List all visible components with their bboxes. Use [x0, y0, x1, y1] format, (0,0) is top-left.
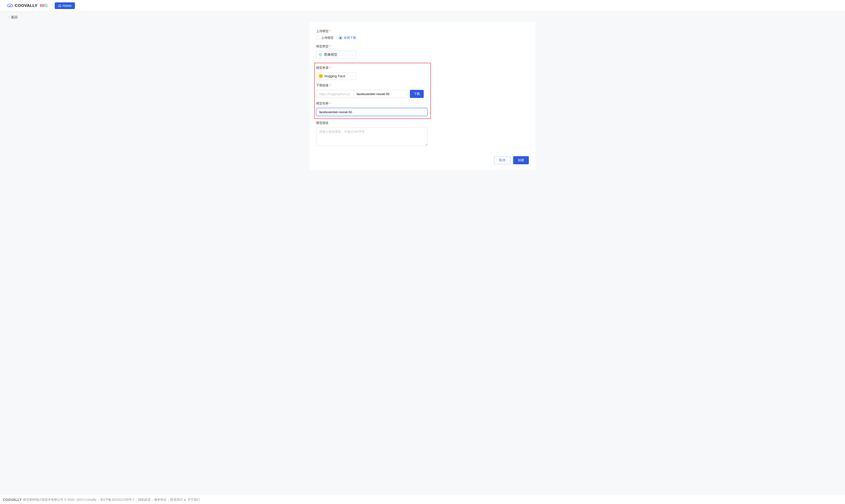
home-button-label: Home — [63, 4, 71, 7]
footer-logo: COOVALLY — [3, 498, 22, 502]
label-model-type: 模型类型 * — [316, 44, 529, 49]
label-download-link: 下载链接 * — [316, 83, 429, 88]
label-upload-model: 上传模型 * — [316, 29, 529, 33]
header: COOVALLY IMG Home — [0, 0, 845, 12]
page-body: 〈 返回 上传模型 * 上传模型 在线下载 — [0, 12, 845, 494]
footer-sep: | — [136, 498, 137, 502]
label-model-source: 模型来源 * — [316, 66, 429, 70]
radio-upload-model[interactable]: 上传模型 — [316, 36, 334, 40]
footer-sep: | — [168, 498, 169, 502]
chevron-down-icon: ⌄ — [351, 75, 353, 77]
cancel-button[interactable]: 取消 — [494, 156, 510, 164]
required-asterisk: * — [330, 66, 331, 70]
footer-contact-link[interactable]: 联系我们 — [170, 498, 183, 502]
brand-logo[interactable]: COOVALLY IMG — [7, 3, 48, 8]
download-button[interactable]: 下载 — [410, 90, 424, 98]
required-asterisk: * — [330, 102, 331, 105]
required-asterisk: * — [330, 84, 331, 87]
radio-label: 上传模型 — [321, 36, 334, 40]
footer-privacy-link[interactable]: 隐私政策 — [138, 498, 151, 502]
footer-company: 南京跑码地计算技术有限公司 © 2020 –2023 Coovally — [23, 498, 96, 502]
section-download-link: 下载链接 * https://huggingface.co/ 下载 — [316, 83, 429, 98]
footer-sep: | — [98, 498, 99, 502]
brand-text: COOVALLY — [15, 3, 38, 8]
footer-service-link[interactable]: 服务协议 — [154, 498, 166, 502]
home-button[interactable]: Home — [55, 2, 75, 9]
select-value: Hugging Face — [324, 74, 345, 78]
section-model-type: 模型类型 * 图像模型 ⌄ — [316, 44, 529, 58]
back-link[interactable]: 〈 返回 — [7, 15, 18, 19]
section-upload-model: 上传模型 * 上传模型 在线下载 — [316, 29, 529, 40]
highlighted-region: 模型来源 * 🤗 Hugging Face ⌄ 下载链接 * htt — [314, 63, 431, 119]
back-row: 〈 返回 — [0, 12, 845, 22]
form-card: 上传模型 * 上传模型 在线下载 模型类型 * — [310, 22, 535, 170]
footer-amp: & — [184, 498, 186, 502]
create-button[interactable]: 创建 — [513, 156, 529, 164]
hugging-face-icon: 🤗 — [319, 74, 322, 78]
cube-icon — [319, 53, 322, 56]
brand-img-text: IMG — [40, 3, 48, 8]
footer-sep: | — [152, 498, 153, 502]
label-model-desc: 模型描述 — [316, 121, 529, 125]
footer-icp-link[interactable]: 苏ICP备2022012159号-1 — [100, 498, 135, 502]
select-model-source[interactable]: 🤗 Hugging Face ⌄ — [316, 72, 356, 80]
select-model-type[interactable]: 图像模型 ⌄ — [316, 51, 356, 58]
url-prefix: https://huggingface.co/ — [316, 90, 353, 98]
action-row: 取消 创建 — [316, 156, 529, 164]
radio-label: 在线下载 — [344, 36, 356, 40]
section-model-source: 模型来源 * 🤗 Hugging Face ⌄ — [316, 66, 429, 80]
section-model-name: 模型名称 * — [316, 101, 429, 116]
model-name-input[interactable] — [316, 108, 427, 116]
back-label: 返回 — [11, 15, 18, 19]
radio-icon-checked — [339, 36, 342, 40]
home-icon — [58, 4, 61, 7]
radio-icon — [316, 36, 320, 40]
label-model-name: 模型名称 * — [316, 101, 429, 106]
footer-about-link[interactable]: 关于我们 — [188, 498, 200, 502]
radio-online-download[interactable]: 在线下载 — [339, 36, 356, 40]
section-model-desc: 模型描述 — [316, 121, 529, 147]
footer: COOVALLY 南京跑码地计算技术有限公司 © 2020 –2023 Coov… — [0, 494, 845, 504]
chevron-down-icon: ⌄ — [351, 54, 353, 56]
model-desc-textarea[interactable] — [316, 127, 427, 146]
download-link-group: https://huggingface.co/ 下载 — [316, 90, 429, 98]
radio-group-upload: 上传模型 在线下载 — [316, 36, 529, 40]
select-value: 图像模型 — [324, 53, 337, 57]
coovally-logo-icon — [7, 3, 13, 8]
required-asterisk: * — [330, 45, 331, 48]
chevron-left-icon: 〈 — [7, 15, 10, 19]
download-path-input[interactable] — [353, 90, 407, 98]
required-asterisk: * — [330, 30, 331, 33]
